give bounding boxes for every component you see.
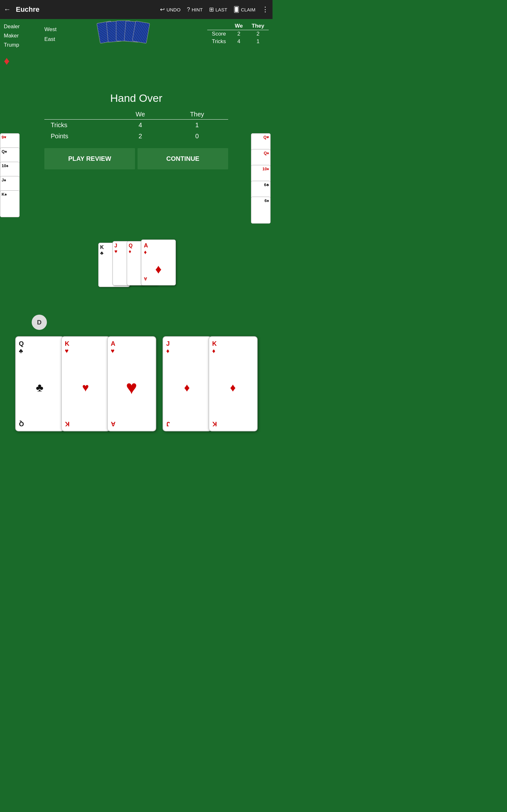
claim-label: CLAIM — [241, 7, 256, 12]
score-table: We They Score 2 2 Tricks 4 1 — [207, 22, 269, 45]
last-label: LAST — [216, 7, 228, 12]
dialog-we-header: We — [115, 109, 166, 119]
dialog-they-tricks: 1 — [166, 119, 228, 131]
left-side-cards: 9♥ Q♠ 10♠ J♠ K♠ — [0, 133, 21, 217]
trump-suit: ♦ — [4, 51, 20, 70]
dialog-we-points: 2 — [115, 131, 166, 142]
trump-label: Trump — [4, 41, 20, 50]
right-side-cards: Q♥ Q♦ 10♦ 6♣ 6♠ — [251, 133, 273, 223]
top-bar: ← Euchre ↩ UNDO ? HINT ⊞ LAST 🂠 CLAIM ⋮ — [0, 0, 273, 19]
right-card-5: 6♠ — [251, 197, 271, 223]
played-card-4: A ♦ ♦ A — [141, 240, 176, 286]
hand-over-title: Hand Over — [44, 92, 228, 104]
undo-label: UNDO — [166, 7, 180, 12]
hand-card-2[interactable]: K ♥ ♥ K — [61, 336, 110, 432]
they-score: 2 — [247, 30, 269, 38]
they-tricks: 1 — [247, 38, 269, 45]
west-east-label: West East — [44, 25, 56, 44]
last-button[interactable]: ⊞ LAST — [209, 6, 228, 13]
continue-button[interactable]: CONTINUE — [137, 148, 228, 169]
hand-card-4[interactable]: J ♦ ♦ J — [163, 336, 212, 432]
hand-card-1[interactable]: Q ♣ ♣ Q — [15, 336, 64, 432]
dialog-tricks-label: Tricks — [44, 119, 115, 131]
center-played-cards: K ♣ J ♥ Q ♦ A ♦ ♦ A — [92, 240, 181, 303]
dialog-we-tricks: 4 — [115, 119, 166, 131]
back-button[interactable]: ← — [4, 5, 11, 14]
top-center-cards — [95, 20, 158, 46]
game-info: Dealer Maker Trump ♦ — [4, 22, 20, 70]
hint-label: HINT — [192, 7, 203, 12]
app-title: Euchre — [16, 5, 155, 14]
last-icon: ⊞ — [209, 6, 214, 13]
bottom-hand: Q ♣ ♣ Q K ♥ ♥ K A ♥ ♥ A J ♦ — [0, 336, 273, 438]
we-header: We — [230, 22, 247, 30]
hand-card-5[interactable]: K ♦ ♦ K — [209, 336, 258, 432]
we-tricks: 4 — [230, 38, 247, 45]
tricks-label: Tricks — [207, 38, 230, 45]
claim-button[interactable]: 🂠 CLAIM — [233, 6, 256, 13]
play-review-button[interactable]: PLAY REVIEW — [44, 148, 135, 169]
top-card-5 — [132, 20, 150, 44]
dialog-points-label: Points — [44, 131, 115, 142]
undo-icon: ↩ — [160, 6, 165, 13]
dealer-badge: D — [32, 315, 47, 330]
score-label: Score — [207, 30, 230, 38]
claim-icon: 🂠 — [233, 6, 239, 13]
dialog-buttons: PLAY REVIEW CONTINUE — [44, 148, 228, 169]
we-score: 2 — [230, 30, 247, 38]
hand-over-dialog: Hand Over We They Tricks 4 1 Points 2 0 … — [44, 92, 228, 169]
they-header: They — [247, 22, 269, 30]
hint-icon: ? — [187, 6, 190, 13]
left-card-5: K♠ — [0, 190, 20, 217]
dialog-they-points: 0 — [166, 131, 228, 142]
maker-label: Maker — [4, 32, 20, 41]
dealer-label: Dealer — [4, 22, 20, 32]
undo-button[interactable]: ↩ UNDO — [160, 6, 180, 13]
hand-card-3[interactable]: A ♥ ♥ A — [107, 336, 156, 432]
dialog-they-header: They — [166, 109, 228, 119]
hint-button[interactable]: ? HINT — [187, 6, 203, 13]
toolbar-actions: ↩ UNDO ? HINT ⊞ LAST 🂠 CLAIM ⋮ — [160, 5, 269, 14]
more-button[interactable]: ⋮ — [262, 5, 269, 14]
